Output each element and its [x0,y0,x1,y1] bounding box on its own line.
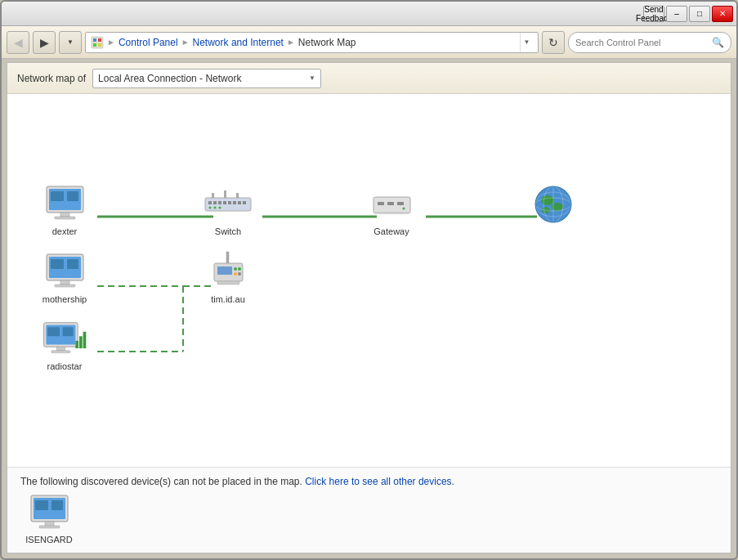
svg-rect-74 [39,526,60,528]
outer-window: Send Feedback – □ ✕ ◀ ▶ ▼ ► Control Pane… [0,0,738,560]
breadcrumb-network-internet[interactable]: Network and Internet [193,37,284,48]
svg-point-28 [214,207,217,209]
svg-rect-21 [218,201,221,204]
svg-rect-14 [60,213,69,217]
svg-rect-52 [51,259,64,269]
svg-rect-67 [63,327,74,336]
computer-svg [42,185,87,224]
control-panel-icon [91,36,104,49]
breadcrumb-control-panel[interactable]: Control Panel [119,37,178,48]
svg-rect-38 [373,212,410,213]
device-internet[interactable] [521,184,586,225]
device-dexter[interactable]: dexter [32,184,97,236]
device-mothership[interactable]: mothership [32,252,97,304]
svg-rect-73 [45,522,54,526]
close-button[interactable]: ✕ [712,6,733,22]
bottom-message: The following discovered device(s) can n… [20,476,302,487]
gateway-icon [367,184,416,225]
svg-rect-69 [83,332,87,348]
svg-point-59 [234,272,237,276]
isengard-icon [27,494,72,533]
svg-rect-32 [236,193,239,198]
svg-rect-19 [208,201,212,204]
search-box: 🔍 [568,32,731,53]
breadcrumb-sep-3: ► [287,38,295,47]
svg-point-57 [234,267,237,271]
svg-rect-17 [67,191,78,201]
forward-button[interactable]: ▶ [33,31,56,54]
switch-label: Switch [215,226,241,236]
svg-rect-76 [51,500,63,510]
maximize-button[interactable]: □ [689,6,710,22]
svg-rect-64 [56,347,65,351]
svg-rect-2 [98,38,101,42]
device-isengard[interactable]: ISENGARD [20,494,78,544]
svg-rect-4 [98,43,101,47]
dexter-label: dexter [52,226,78,236]
window-frame: Send Feedback – □ ✕ ◀ ▶ ▼ ► Control Pane… [0,0,738,560]
back-button[interactable]: ◀ [7,31,29,54]
device-switch[interactable]: Switch [195,184,261,236]
svg-rect-50 [60,280,69,284]
svg-rect-61 [217,281,239,284]
dropdown-arrow-icon: ▼ [309,74,315,82]
send-feedback-button[interactable]: Send Feedback [643,6,664,22]
svg-point-60 [238,272,241,276]
switch-svg [204,188,253,221]
svg-rect-36 [397,202,404,205]
radiostar-label: radiostar [47,361,83,371]
svg-rect-22 [223,201,226,204]
device-radiostar[interactable]: radiostar [32,319,97,371]
gateway-label: Gateway [373,226,409,236]
breadcrumb-sep-1: ► [107,38,115,47]
svg-rect-15 [55,217,75,219]
svg-rect-68 [79,336,83,348]
recent-pages-button[interactable]: ▼ [59,31,82,54]
gateway-svg [369,187,414,222]
search-icon[interactable]: 🔍 [712,37,724,48]
svg-point-37 [402,208,405,210]
minimize-button[interactable]: – [666,6,687,22]
dexter-icon [40,184,89,225]
svg-rect-1 [93,38,96,42]
refresh-button[interactable]: ↻ [542,31,565,54]
network-dropdown-value: Local Area Connection - Network [98,73,241,84]
tim-label: tim.id.au [211,294,245,304]
radiostar-svg [40,320,89,359]
breadcrumb-sep-2: ► [181,38,190,47]
isengard-label: ISENGARD [25,535,72,544]
svg-rect-3 [93,43,96,47]
bottom-section: The following discovered device(s) can n… [7,467,731,553]
svg-rect-24 [233,201,236,204]
title-bar: Send Feedback – □ ✕ [2,2,736,26]
breadcrumb-current: Network Map [298,37,356,48]
svg-rect-53 [67,259,78,269]
router-svg [206,250,251,295]
network-map: dexter [7,94,731,467]
search-input[interactable] [575,38,709,47]
bottom-device-row: ISENGARD [20,494,718,544]
device-gateway[interactable]: Gateway [359,184,424,236]
svg-point-58 [238,267,241,271]
svg-rect-54 [226,252,229,263]
svg-rect-75 [35,500,48,510]
svg-rect-31 [224,190,226,198]
navigation-bar: ◀ ▶ ▼ ► Control Panel ► Network and Inte… [2,26,736,59]
svg-rect-51 [55,284,75,287]
svg-rect-56 [217,267,232,275]
svg-rect-23 [228,201,231,204]
breadcrumb-dropdown-button[interactable]: ▼ [520,33,533,52]
device-tim[interactable]: tim.id.au [195,252,261,304]
svg-rect-20 [213,201,217,204]
svg-point-29 [219,207,221,209]
content-area: Network map of Local Area Connection - N… [7,62,731,553]
network-dropdown[interactable]: Local Area Connection - Network ▼ [92,69,321,88]
svg-rect-26 [243,201,246,204]
svg-rect-66 [47,327,60,336]
mothership-computer-svg [42,253,87,292]
toolbar: Network map of Local Area Connection - N… [7,63,731,94]
svg-rect-34 [378,202,384,205]
svg-rect-65 [51,351,70,353]
tim-icon [204,252,253,293]
see-all-devices-link[interactable]: Click here to see all other devices. [305,476,454,487]
